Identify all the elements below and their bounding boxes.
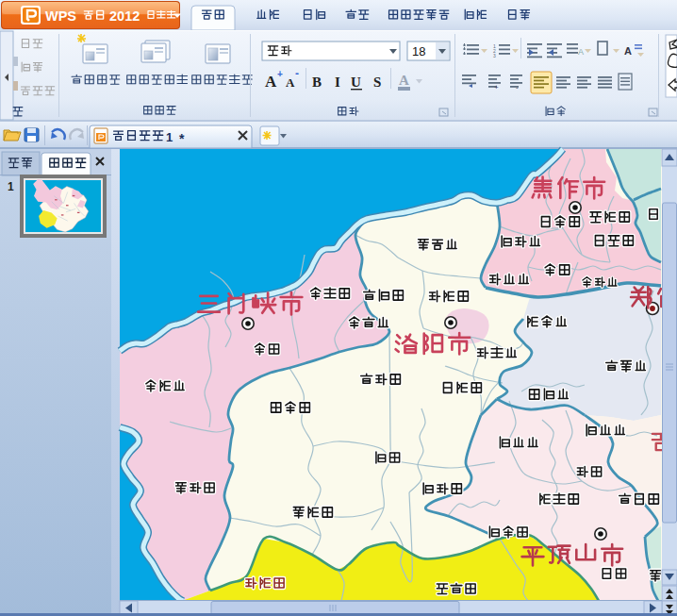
svg-text:+: + (277, 69, 283, 79)
svg-text:A: A (624, 45, 632, 57)
svg-text:*: * (179, 131, 185, 146)
svg-text:2012: 2012 (109, 8, 140, 24)
svg-text:A: A (578, 47, 584, 57)
svg-text:3: 3 (493, 53, 496, 58)
svg-text:18: 18 (412, 44, 425, 58)
svg-text:1: 1 (8, 180, 14, 193)
svg-text:A: A (399, 73, 409, 88)
svg-text:S: S (373, 75, 381, 90)
svg-text:U: U (351, 75, 361, 90)
svg-text:B: B (312, 75, 322, 90)
svg-text:A: A (286, 75, 295, 90)
svg-text:-: - (295, 67, 299, 80)
svg-text:+: + (494, 83, 499, 92)
svg-text:-: - (516, 83, 519, 92)
svg-text:I: I (335, 75, 340, 90)
svg-text:WPS: WPS (45, 8, 76, 24)
svg-text:A: A (265, 73, 277, 91)
svg-text:1: 1 (166, 130, 173, 144)
